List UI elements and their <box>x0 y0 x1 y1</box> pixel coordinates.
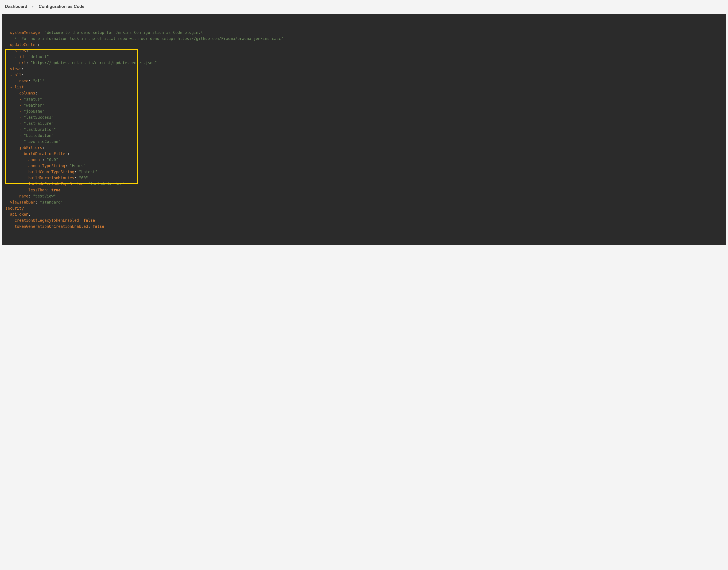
breadcrumb: Dashboard ▸ Configuration as Code <box>0 0 728 13</box>
code-line: viewsTabBar: "standard" <box>5 199 724 205</box>
code-line: lessThan: true <box>5 187 724 193</box>
code-line: - "lastFailure" <box>5 120 724 126</box>
code-line: apiToken: <box>5 211 724 218</box>
code-line: buildDurationMinutes: "60" <box>5 175 724 181</box>
code-line: sites: <box>5 48 724 54</box>
code-line: - "favoriteColumn" <box>5 139 724 145</box>
yaml-config-viewer: systemMessage: "Welcome to the demo setu… <box>2 14 726 245</box>
code-line: name: "testView" <box>5 193 724 199</box>
code-line: - "weather" <box>5 102 724 108</box>
code-line: amountTypeString: "Hours" <box>5 163 724 169</box>
code-line: - id: "default" <box>5 54 724 60</box>
chevron-right-icon: ▸ <box>32 5 34 8</box>
code-line: name: "all" <box>5 78 724 84</box>
code-line: systemMessage: "Welcome to the demo setu… <box>5 30 724 36</box>
code-line: - "lastSuccess" <box>5 114 724 120</box>
code-line: - "status" <box>5 96 724 102</box>
code-line: - list: <box>5 84 724 90</box>
code-line: security: <box>5 205 724 211</box>
code-line: buildCountTypeString: "Latest" <box>5 169 724 175</box>
code-line: columns: <box>5 90 724 96</box>
code-line: tokenGenerationOnCreationEnabled: false <box>5 224 724 230</box>
code-line: - "buildButton" <box>5 132 724 139</box>
code-line: amount: "0.0" <box>5 157 724 163</box>
code-line: updateCenter: <box>5 42 724 48</box>
breadcrumb-dashboard[interactable]: Dashboard <box>5 4 27 9</box>
code-line: jobFilters: <box>5 145 724 151</box>
code-line: \ For more information look in the offic… <box>5 36 724 42</box>
code-line: includeExcludeTypeString: "includeMatche… <box>5 181 724 187</box>
breadcrumb-current[interactable]: Configuration as Code <box>39 4 84 9</box>
yaml-code-lines: systemMessage: "Welcome to the demo setu… <box>5 30 724 230</box>
code-line: views: <box>5 66 724 72</box>
code-line: - buildDurationFilter: <box>5 151 724 157</box>
code-line: creationOfLegacyTokenEnabled: false <box>5 218 724 224</box>
code-line: url: "https://updates.jenkins.io/current… <box>5 60 724 66</box>
code-line: - "lastDuration" <box>5 126 724 132</box>
code-line: - "jobName" <box>5 108 724 114</box>
code-line: - all: <box>5 72 724 78</box>
